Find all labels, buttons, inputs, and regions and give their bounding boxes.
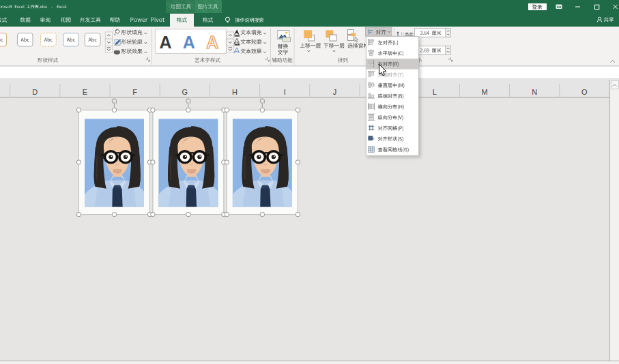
svg-text:J: J (333, 88, 337, 96)
svg-text:A: A (183, 33, 195, 52)
svg-text:A: A (159, 33, 171, 52)
svg-text:F: F (132, 88, 137, 96)
svg-text:A: A (206, 33, 218, 52)
svg-text:E: E (83, 88, 87, 96)
svg-text:H: H (232, 88, 237, 96)
svg-text:O: O (581, 88, 588, 96)
svg-text:G: G (182, 88, 188, 96)
svg-text:D: D (32, 88, 38, 96)
svg-text:M: M (481, 88, 487, 96)
svg-text:N: N (532, 88, 537, 96)
svg-text:L: L (433, 88, 437, 96)
svg-text:I: I (284, 88, 286, 96)
